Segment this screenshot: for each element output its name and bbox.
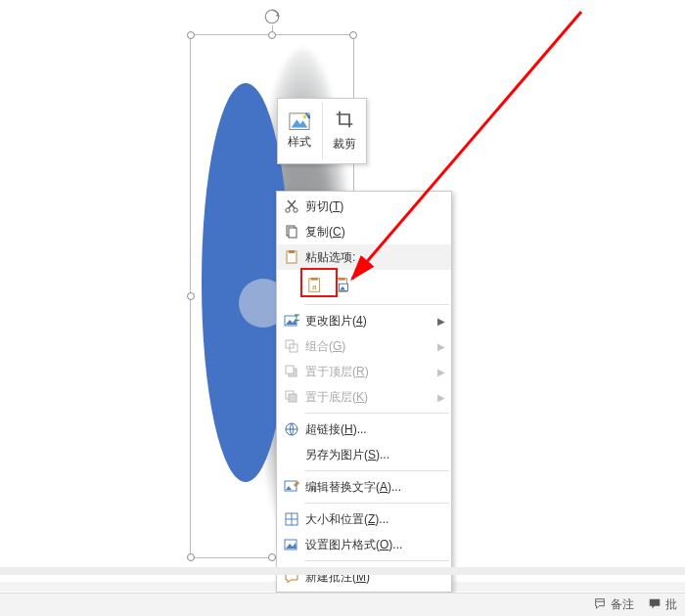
svg-point-6 [294,208,297,212]
svg-rect-25 [289,394,297,402]
resize-handle-bl[interactable] [187,553,195,561]
svg-rect-10 [289,250,295,253]
menu-size-and-position[interactable]: 大小和位置(Z)... [277,506,451,532]
menu-new-comment[interactable]: 新建批注(M) [277,564,451,590]
alt-text-icon [281,479,302,495]
menu-group: 组合(G) ▶ [277,333,451,359]
menu-separator [304,470,449,471]
menu-size-position-label: 大小和位置(Z)... [302,511,445,528]
comments-button[interactable]: 批 [648,596,677,613]
group-icon [281,338,302,354]
status-bar: 备注 批 [0,593,685,616]
notes-label: 备注 [611,596,634,613]
menu-copy[interactable]: 复制(C) [277,219,451,244]
resize-handle-tr[interactable] [349,31,357,39]
context-menu: 剪切(T) 复制(C) 粘贴选项: a 更改图片(4) ▶ 组合(G [276,191,452,593]
menu-format-picture-label: 设置图片格式(O)... [302,537,445,553]
crop-icon [335,110,354,132]
menu-new-comment-label: 新建批注(M) [302,569,445,586]
menu-paste-options-label: 粘贴选项: [302,249,445,266]
resize-handle-ml[interactable] [187,292,195,300]
notes-button[interactable]: 备注 [593,596,634,613]
menu-save-as-picture-label: 另存为图片(S)... [302,447,445,463]
svg-point-5 [286,208,290,212]
change-picture-icon [281,313,302,329]
menu-send-back-label: 置于底层(K) [302,389,435,406]
menu-separator [304,560,449,561]
submenu-arrow-icon: ▶ [435,367,445,377]
svg-rect-23 [286,366,294,374]
menu-hyperlink[interactable]: 超链接(H)... [277,417,451,442]
menu-hyperlink-label: 超链接(H)... [302,421,445,438]
menu-format-picture[interactable]: 设置图片格式(O)... [277,532,451,557]
notes-icon [593,596,607,613]
comments-label: 批 [665,596,677,613]
bring-front-icon [281,364,302,379]
menu-change-picture[interactable]: 更改图片(4) ▶ [277,308,451,333]
resize-handle-tm[interactable] [268,31,276,39]
picture-style-icon [289,112,310,130]
new-comment-icon [281,569,302,585]
svg-rect-8 [289,228,297,238]
paste-icon [281,249,302,265]
annotation-highlight-box [300,268,338,297]
rotate-handle[interactable] [263,8,281,25]
menu-send-to-back: 置于底层(K) ▶ [277,384,451,410]
send-back-icon [281,389,302,405]
menu-separator [304,503,449,504]
menu-bring-to-front: 置于顶层(R) ▶ [277,359,451,384]
svg-rect-15 [339,278,345,281]
paste-options-row: a [277,270,451,301]
menu-save-as-picture[interactable]: 另存为图片(S)... [277,442,451,467]
menu-separator [304,304,449,305]
menu-edit-alt-text[interactable]: 编辑替换文字(A)... [277,474,451,500]
copy-icon [281,224,302,240]
crop-label: 裁剪 [333,136,356,153]
menu-alt-text-label: 编辑替换文字(A)... [302,479,445,496]
svg-point-3 [303,114,307,118]
menu-copy-label: 复制(C) [302,224,445,241]
menu-separator [304,413,449,414]
editing-canvas[interactable]: 样式 裁剪 剪切(T) 复制(C) 粘贴选项: a [0,0,685,587]
size-position-icon [281,511,302,527]
submenu-arrow-icon: ▶ [435,316,445,327]
style-label: 样式 [288,134,311,151]
resize-handle-tl[interactable] [187,31,195,39]
format-picture-icon [281,537,302,552]
menu-cut-label: 剪切(T) [302,198,445,215]
menu-group-label: 组合(G) [302,338,435,355]
submenu-arrow-icon: ▶ [435,392,445,403]
cut-icon [281,198,302,214]
menu-paste-options: 粘贴选项: [277,244,451,270]
submenu-arrow-icon: ▶ [435,341,445,352]
menu-cut[interactable]: 剪切(T) [277,194,451,219]
crop-button[interactable]: 裁剪 [323,99,367,163]
mini-toolbar: 样式 裁剪 [277,98,367,164]
comment-icon [648,596,662,613]
menu-bring-front-label: 置于顶层(R) [302,364,435,380]
hyperlink-icon [281,421,302,437]
style-button[interactable]: 样式 [278,99,322,163]
resize-handle-bm[interactable] [268,553,276,561]
menu-change-picture-label: 更改图片(4) [302,313,435,330]
